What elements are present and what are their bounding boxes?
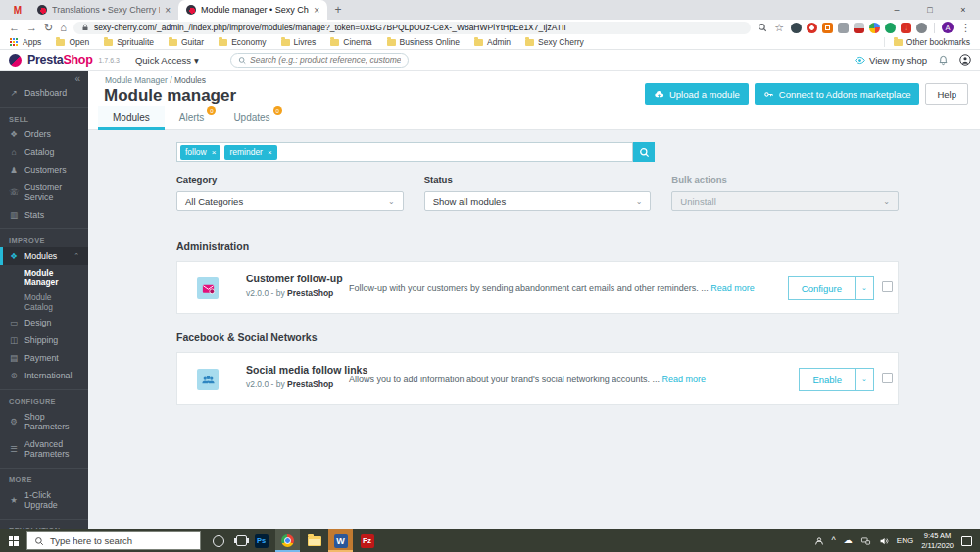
search-tag[interactable]: follow × bbox=[180, 145, 220, 160]
onedrive-cloud-icon[interactable]: ☁ bbox=[844, 536, 853, 545]
help-button[interactable]: Help bbox=[925, 83, 968, 105]
tab-close-icon[interactable]: × bbox=[165, 5, 171, 16]
bookmark-folder[interactable]: Livres bbox=[281, 37, 317, 47]
bookmark-folder[interactable]: Cinema bbox=[330, 37, 371, 47]
bookmark-folder[interactable]: Open bbox=[56, 37, 89, 47]
extension-icon[interactable] bbox=[869, 23, 880, 33]
admin-profile-icon[interactable] bbox=[959, 54, 971, 66]
browser-tab-translations[interactable]: Translations • Sexy Cherry Linge × bbox=[29, 0, 178, 20]
taskbar-app-chrome[interactable] bbox=[275, 529, 300, 552]
back-icon[interactable]: ← bbox=[9, 23, 20, 33]
start-button[interactable] bbox=[0, 529, 26, 552]
browser-profile-avatar[interactable]: A bbox=[942, 22, 954, 33]
window-maximize-button[interactable]: □ bbox=[913, 0, 947, 20]
sidebar-item-1-click-upgrade[interactable]: ★1-Click Upgrade bbox=[0, 486, 88, 514]
extension-icon[interactable] bbox=[791, 23, 802, 33]
taskbar-app-filezilla[interactable]: Fz bbox=[355, 529, 379, 552]
action-dropdown-button[interactable]: ⌄ bbox=[856, 276, 874, 300]
notifications-bell-icon[interactable] bbox=[938, 55, 949, 66]
network-icon[interactable] bbox=[860, 536, 871, 546]
extension-icon[interactable] bbox=[822, 23, 833, 33]
module-checkbox[interactable] bbox=[882, 373, 893, 383]
status-select[interactable]: Show all modules ⌄ bbox=[424, 191, 652, 211]
upload-module-button[interactable]: Upload a module bbox=[645, 83, 749, 105]
window-close-button[interactable]: × bbox=[947, 0, 980, 20]
tab-updates[interactable]: Updates 0 bbox=[219, 106, 284, 130]
breadcrumb-parent[interactable]: Module Manager bbox=[105, 75, 168, 85]
bookmark-folder[interactable]: Admin bbox=[474, 37, 511, 47]
speaker-icon[interactable] bbox=[879, 536, 889, 546]
extension-icon[interactable] bbox=[885, 23, 896, 33]
other-bookmarks[interactable]: Other bookmarks bbox=[884, 37, 970, 47]
sidebar-item-design[interactable]: ▭Design bbox=[0, 314, 88, 331]
address-bar[interactable]: sexy-cherry.com/_admin_/index.php/improv… bbox=[74, 22, 751, 34]
taskbar-app-photoshop[interactable]: Ps bbox=[249, 529, 273, 552]
bookmark-folder[interactable]: Economy bbox=[219, 37, 266, 47]
home-icon[interactable]: ⌂ bbox=[60, 23, 67, 33]
admin-search-input[interactable] bbox=[250, 55, 401, 65]
taskbar-app-file-explorer[interactable] bbox=[302, 529, 326, 552]
sidebar-item-advanced-parameters[interactable]: ☰Advanced Parameters bbox=[0, 435, 88, 463]
taskbar-search[interactable]: Type here to search bbox=[26, 531, 201, 550]
sidebar-item-payment[interactable]: ▤Payment bbox=[0, 349, 88, 367]
module-checkbox[interactable] bbox=[882, 281, 893, 292]
extension-icon[interactable] bbox=[854, 23, 864, 33]
action-dropdown-button[interactable]: ⌄ bbox=[856, 368, 874, 391]
task-view-icon[interactable] bbox=[236, 535, 247, 546]
prestashop-logo[interactable]: PrestaShop bbox=[27, 53, 92, 67]
sidebar-item-stats[interactable]: ▥Stats bbox=[0, 206, 88, 224]
apps-shortcut[interactable]: Apps bbox=[10, 37, 41, 47]
admin-search[interactable] bbox=[230, 53, 409, 68]
bookmark-folder[interactable]: Guitar bbox=[169, 37, 204, 47]
cortana-icon[interactable] bbox=[213, 535, 224, 547]
extension-icon[interactable] bbox=[807, 23, 817, 33]
sidebar-item-modules[interactable]: ❖ Modules ⌃ bbox=[0, 247, 88, 265]
bookmark-folder[interactable]: Spritualite bbox=[104, 37, 154, 47]
forward-icon[interactable]: → bbox=[26, 23, 37, 33]
new-tab-button[interactable]: + bbox=[327, 0, 349, 20]
action-center-icon[interactable] bbox=[961, 536, 972, 546]
read-more-link[interactable]: Read more bbox=[662, 375, 706, 384]
tab-close-icon[interactable]: × bbox=[314, 5, 319, 16]
remove-tag-icon[interactable]: × bbox=[212, 148, 217, 157]
sidebar-item-shop-parameters[interactable]: ⚙Shop Parameters bbox=[0, 408, 88, 435]
sidebar-item-dashboard[interactable]: ↗ Dashboard bbox=[0, 84, 88, 102]
extension-icon[interactable]: ↓ bbox=[901, 23, 911, 33]
sidebar-item-catalog[interactable]: ⌂Catalog bbox=[0, 143, 88, 161]
taskbar-app-word[interactable]: W bbox=[328, 529, 353, 552]
sidebar-item-customer-service[interactable]: ☏Customer Service bbox=[0, 178, 88, 206]
hidden-icons-chevron[interactable]: ^ bbox=[832, 536, 836, 545]
window-minimize-button[interactable]: – bbox=[880, 0, 913, 20]
bookmark-folder[interactable]: Sexy Cherry bbox=[525, 37, 584, 47]
module-search-input[interactable] bbox=[281, 147, 629, 157]
sidebar-item-module-catalog[interactable]: Module Catalog bbox=[0, 289, 88, 314]
bookmark-star-icon[interactable]: ☆ bbox=[774, 23, 784, 33]
configure-button[interactable]: Configure bbox=[788, 276, 856, 300]
module-search-field[interactable]: follow × reminder × bbox=[176, 142, 633, 162]
taskbar-clock[interactable]: 9:45 AM 2/11/2020 bbox=[921, 531, 954, 550]
tab-modules[interactable]: Modules bbox=[98, 106, 165, 130]
remove-tag-icon[interactable]: × bbox=[268, 148, 272, 157]
pinned-tab-gmail[interactable]: M bbox=[6, 0, 29, 20]
zoom-icon[interactable] bbox=[758, 23, 767, 32]
search-tag[interactable]: reminder × bbox=[224, 145, 276, 160]
view-my-shop-link[interactable]: View my shop bbox=[855, 55, 927, 66]
sidebar-item-orders[interactable]: ❖Orders bbox=[0, 125, 88, 143]
enable-button[interactable]: Enable bbox=[799, 368, 856, 391]
language-indicator[interactable]: ENG bbox=[897, 536, 913, 545]
sidebar-collapse-icon[interactable]: « bbox=[0, 71, 88, 84]
search-button[interactable] bbox=[633, 142, 655, 162]
browser-menu-icon[interactable]: ⋮ bbox=[960, 23, 971, 33]
browser-tab-module-manager[interactable]: Module manager • Sexy Cherry L × bbox=[178, 0, 327, 20]
reload-icon[interactable]: ↻ bbox=[44, 23, 53, 33]
sidebar-item-international[interactable]: ⊕International bbox=[0, 367, 88, 384]
bookmark-folder[interactable]: Business Online bbox=[387, 37, 460, 47]
extension-icon[interactable] bbox=[916, 23, 927, 33]
sidebar-item-module-manager[interactable]: Module Manager bbox=[0, 265, 88, 289]
sidebar-item-customers[interactable]: ♟Customers bbox=[0, 161, 88, 178]
extension-icon[interactable] bbox=[838, 23, 849, 33]
category-select[interactable]: All Categories ⌄ bbox=[176, 191, 404, 211]
read-more-link[interactable]: Read more bbox=[710, 283, 755, 293]
bulk-actions-select[interactable]: Uninstall ⌄ bbox=[671, 191, 899, 211]
connect-addons-button[interactable]: Connect to Addons marketplace bbox=[755, 83, 920, 105]
